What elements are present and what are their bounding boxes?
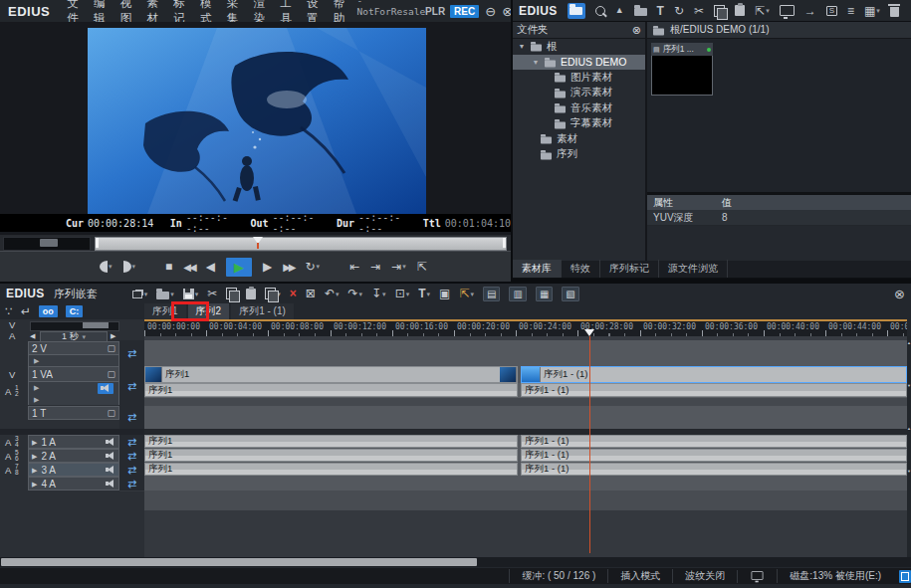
track-expand-1va-sub[interactable]: ▶ (28, 394, 119, 405)
loop-button[interactable]: ↻▾ (306, 260, 321, 274)
property-row-yuv[interactable]: YUV深度 8 (647, 210, 911, 226)
track-header-1t[interactable]: 1 T ▢ (28, 406, 119, 420)
clip-seq1-2a[interactable]: 序列1 (144, 449, 518, 462)
track-speaker-icon[interactable] (106, 452, 115, 461)
play-button[interactable]: ▶ (226, 258, 252, 277)
track-header-1a[interactable]: ▶ 1 A (28, 435, 119, 449)
trash-icon[interactable] (890, 5, 899, 17)
send-to-timeline-icon[interactable]: → (804, 5, 816, 17)
sync-badge-icon[interactable]: S (826, 6, 837, 16)
timeline-hscrollbar[interactable] (0, 557, 911, 567)
export-clip-icon[interactable]: ⇱▾ (755, 5, 770, 17)
fast-forward-button[interactable]: ▶▶ (283, 262, 294, 273)
clip-seq1-copy-audio[interactable]: 序列1 - (1) (521, 383, 907, 397)
hscrollbar-thumb[interactable] (1, 558, 477, 566)
new-folder-icon[interactable] (634, 5, 647, 16)
voice-over-icon[interactable]: ▣ (439, 288, 450, 299)
sync-mode-icon[interactable]: ↵ (21, 305, 31, 317)
track-monitor-icon[interactable]: ▢ (107, 344, 115, 353)
new-sequence-icon[interactable]: ▾ (132, 290, 148, 298)
track-lane-1t[interactable] (144, 406, 907, 430)
patch-2v-icon[interactable]: ⇄ (119, 340, 144, 367)
shuttle-handle[interactable] (40, 239, 58, 247)
list-view-icon[interactable]: ≡ (847, 5, 854, 17)
step-back-button[interactable]: ◀ (206, 260, 215, 274)
set-in-point-button[interactable]: ▾ (100, 261, 113, 273)
play-around-cursor-button[interactable]: ⇥▾ (391, 260, 406, 274)
clip-seq1-1a[interactable]: 序列1 (144, 435, 518, 448)
sequence-mode-icon[interactable]: C: (66, 305, 84, 317)
track-expand-icon[interactable]: ▶ (32, 453, 37, 460)
clip-seq1-3a[interactable]: 序列1 (144, 463, 518, 476)
clip-seq1-audio[interactable]: 序列1 (144, 383, 518, 397)
panel-layout-3-icon[interactable]: ▦ (536, 287, 553, 301)
refresh-icon[interactable]: ↻ (674, 5, 684, 17)
tree-item-demo-clips[interactable]: 演示素材 (513, 86, 645, 101)
delete-icon[interactable]: × (290, 288, 297, 299)
panel-layout-1-icon[interactable]: ▤ (483, 287, 500, 301)
panel-layout-4-icon[interactable]: ▧ (562, 287, 578, 301)
clip-seq1-copy-video[interactable]: 序列1 - (1) (521, 366, 907, 383)
goto-out-button[interactable]: ⇥ (370, 260, 380, 274)
paste-icon[interactable] (735, 5, 745, 16)
export-icon[interactable]: ⇱▾ (459, 288, 474, 299)
clip-card-thumbnail[interactable] (651, 56, 713, 96)
add-title-icon[interactable]: T (657, 5, 664, 17)
paste-icon[interactable] (246, 289, 256, 299)
cut-icon[interactable]: ✂ (694, 5, 704, 17)
track-monitor-icon[interactable]: ▢ (107, 409, 115, 418)
tree-item-images[interactable]: 图片素材 (513, 70, 645, 86)
position-bar[interactable] (95, 237, 507, 251)
patch-1va-icon[interactable]: ⇄ (119, 366, 144, 407)
cut-icon[interactable]: ✂ (207, 288, 217, 299)
set-out-point-button[interactable]: ▾ (123, 261, 136, 273)
tree-item-edius-demo[interactable]: ▼ EDIUS DEMO (513, 55, 645, 71)
track-header-2v[interactable]: 2 V ▢ (28, 341, 119, 355)
add-cut-point-icon[interactable]: ⊠ (306, 288, 316, 299)
track-speaker-icon[interactable] (106, 466, 115, 475)
tree-item-clips[interactable]: 素材 (513, 131, 645, 147)
shuttle-slider[interactable] (3, 237, 91, 251)
default-transition-icon[interactable]: ↧▾ (371, 288, 386, 299)
folders-close-icon[interactable]: ⊗ (632, 24, 641, 37)
patch-1a-icon[interactable]: ⇄ (119, 435, 144, 450)
clip-seq1-copy-1a[interactable]: 序列1 - (1) (521, 435, 907, 448)
timeline-close-icon[interactable]: ⊗ (894, 288, 905, 300)
rec-button[interactable]: REC (450, 5, 479, 18)
tree-item-root[interactable]: ▼ 根 (513, 39, 645, 55)
track-header-4a[interactable]: ▶ 4 A (28, 477, 119, 490)
zoom-out-icon[interactable]: ◀ (30, 332, 35, 340)
open-bin-icon[interactable] (568, 3, 585, 19)
track-header-2a[interactable]: ▶ 2 A (28, 449, 119, 463)
search-icon[interactable] (595, 6, 605, 16)
zoom-in-icon[interactable]: ▶ (111, 332, 115, 340)
step-forward-button[interactable]: ▶ (263, 260, 272, 274)
undo-icon[interactable]: ↶▾ (325, 288, 340, 299)
clip-seq1-copy-3a[interactable]: 序列1 - (1) (521, 463, 907, 476)
tree-item-titles[interactable]: 字幕素材 (513, 116, 645, 132)
snap-mode-icon[interactable]: ∵ (5, 305, 13, 317)
track-expand-2v[interactable]: ▶ (28, 355, 119, 366)
panel-layout-2-icon[interactable]: ▥ (509, 287, 526, 301)
track-expand-icon[interactable]: ▶ (32, 439, 37, 446)
tab-effects[interactable]: 特效 (562, 260, 600, 278)
send-to-monitor-icon[interactable] (780, 5, 795, 16)
track-speaker-icon[interactable] (98, 383, 114, 394)
track-speaker-icon[interactable] (106, 480, 115, 489)
title-tool-icon[interactable]: T▾ (418, 288, 430, 299)
tree-item-music[interactable]: 音乐素材 (513, 100, 645, 116)
layouter-icon[interactable]: ⊡▾ (395, 288, 410, 299)
track-scroll-strip[interactable]: ▲▼▲▼ (907, 336, 911, 557)
zoom-slider-handle[interactable] (83, 322, 109, 328)
track-header-1va[interactable]: 1 VA ▢ (28, 366, 119, 382)
tab-sequence-marker[interactable]: 序列标记 (600, 260, 659, 278)
tab-sequence-1-copy[interactable]: 序列1 - (1) (231, 303, 294, 319)
timeline-ruler[interactable]: 00:00:00:00 00:00:04:00 00:00:08:00 00:0… (144, 319, 907, 336)
replace-icon[interactable]: ▾ (265, 288, 281, 299)
copy-icon[interactable] (226, 288, 237, 299)
ripple-mode-icon[interactable]: oo (39, 305, 58, 317)
save-project-icon[interactable]: ▾ (183, 289, 199, 299)
rewind-button[interactable]: ◀◀ (183, 262, 194, 273)
up-folder-icon[interactable]: ▲ (615, 6, 624, 15)
grid-view-icon[interactable]: ▦▾ (864, 5, 880, 17)
